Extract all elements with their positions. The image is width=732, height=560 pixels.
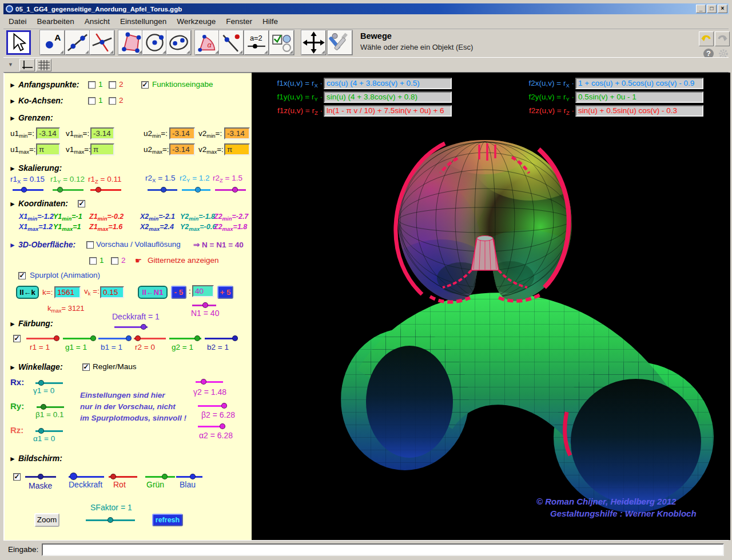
slider-r1y[interactable] xyxy=(53,186,83,193)
field-u2min[interactable]: -3.14 xyxy=(169,127,195,139)
line-through-point-tool-button[interactable] xyxy=(219,30,244,55)
slider-gamma1[interactable] xyxy=(35,379,63,386)
checkbox-koachsen-1[interactable] xyxy=(88,97,96,105)
field-vk[interactable]: 0.15 xyxy=(100,286,124,298)
slider-r1x[interactable] xyxy=(13,186,43,193)
slider-b1[interactable] xyxy=(98,335,130,342)
menu-hilfe[interactable]: Hilfe xyxy=(257,15,283,28)
slider-r2z[interactable] xyxy=(215,186,246,193)
checkbox-koachsen-2[interactable] xyxy=(109,97,116,105)
field-f1y[interactable]: sin(u) (4 + 3.8cos(v) + 0.8) xyxy=(324,91,452,103)
checkbox-spurplot[interactable]: ✓ xyxy=(18,272,26,279)
polygon-tool-button[interactable] xyxy=(118,30,143,55)
checkbox-koordinaten[interactable]: ✓ xyxy=(78,200,85,207)
point-tool-button[interactable]: A xyxy=(40,30,65,55)
checkbox-oberflaeche-1[interactable] xyxy=(89,257,97,265)
slider-maske[interactable] xyxy=(25,473,56,480)
checkbox-bildschirm[interactable]: ✓ xyxy=(13,473,21,481)
slider-beta1[interactable] xyxy=(37,403,64,410)
slider-deckkraft-screen[interactable] xyxy=(69,473,104,480)
field-v2max[interactable]: π xyxy=(224,143,250,155)
field-v1min[interactable]: -3.14 xyxy=(90,127,114,139)
label-vk: vk =: xyxy=(84,287,100,297)
slider-g1[interactable] xyxy=(63,335,95,342)
field-u2max[interactable]: -3.14 xyxy=(169,143,195,155)
checkbox-regler-maus[interactable]: ✓ xyxy=(82,363,90,371)
undo-button[interactable] xyxy=(699,31,714,46)
field-k[interactable]: 1561 xyxy=(54,286,81,298)
algebra-input[interactable] xyxy=(42,543,724,556)
field-f2y[interactable]: 0.5sin(v) + 0u - 1 xyxy=(575,91,703,103)
label-rz: Rz: xyxy=(10,425,23,435)
slider-alpha1[interactable] xyxy=(35,427,63,434)
move-view-tool-button[interactable] xyxy=(301,30,326,55)
button-plus5[interactable]: + 5 xyxy=(217,286,233,299)
svg-text:A: A xyxy=(54,33,61,42)
field-u1max[interactable]: π xyxy=(36,143,60,155)
checkbox-vorschau[interactable] xyxy=(86,241,94,249)
checkbox-oberflaeche-2[interactable] xyxy=(111,257,118,265)
zoom-button[interactable]: Zoom xyxy=(34,513,59,527)
slider-gruen[interactable] xyxy=(145,473,175,480)
field-f2z[interactable]: sin(u) + 0.5sin(u) cos(v) - 0.3 xyxy=(575,105,703,117)
field-f1x[interactable]: cos(u) (4 + 3.8cos(v) + 0.5) xyxy=(324,78,452,89)
field-f2x[interactable]: 1 + cos(u) + 0.5cos(u) cos(v) - 0.9 xyxy=(575,78,703,89)
field-v1max[interactable]: π xyxy=(90,143,114,155)
close-button[interactable]: × xyxy=(718,5,727,13)
maximize-button[interactable]: □ xyxy=(707,5,717,13)
move-tool-button[interactable] xyxy=(6,30,31,55)
refresh-button[interactable]: refresh xyxy=(152,514,183,526)
slider-blau[interactable] xyxy=(176,473,202,480)
slider-deckkraft-plot[interactable] xyxy=(114,323,148,330)
slider-r1z[interactable] xyxy=(90,186,121,193)
menu-einstellungen[interactable]: Einstellungen xyxy=(115,15,172,28)
checkbox-anfangspunkte-1[interactable] xyxy=(88,81,96,89)
circle-tool-button[interactable] xyxy=(142,30,167,55)
slider-beta2[interactable] xyxy=(198,402,225,409)
slider-r2x[interactable] xyxy=(148,186,177,193)
slider-r2y[interactable] xyxy=(182,186,210,193)
field-f1z[interactable]: ln(1 - π v / 10) + 7.5sin(v + 0u) + 6 xyxy=(324,105,452,117)
copyright-line-2: Gestaltungshilfe : Werner Knobloch xyxy=(550,509,697,518)
menu-datei[interactable]: Datei xyxy=(3,15,32,28)
menu-ansicht[interactable]: Ansicht xyxy=(79,15,115,28)
checkbox-funktionseingabe[interactable]: ✓ xyxy=(141,81,149,89)
slider-g2[interactable] xyxy=(169,335,201,342)
slider-tool-button[interactable]: a=2 xyxy=(244,30,269,55)
slider-alpha2[interactable] xyxy=(198,423,225,430)
field-n1[interactable]: 40 xyxy=(192,285,214,297)
button-minus5[interactable]: - 5 xyxy=(171,286,186,299)
slider-r2[interactable] xyxy=(134,335,166,342)
menu-fenster[interactable]: Fenster xyxy=(221,15,257,28)
line-tool-button[interactable] xyxy=(65,30,90,55)
toggle-grid-button[interactable] xyxy=(36,59,51,71)
checkbox-tool-button[interactable] xyxy=(269,30,294,55)
intersect-lines-tool-button[interactable] xyxy=(90,30,114,55)
angle-tool-button[interactable]: α xyxy=(195,30,220,55)
checkbox-anfangspunkte-2[interactable] xyxy=(109,81,116,89)
minimize-button[interactable]: _ xyxy=(696,5,706,13)
slider-gamma2[interactable] xyxy=(196,378,223,385)
slider-b2[interactable] xyxy=(205,335,237,342)
slider-rot[interactable] xyxy=(109,473,137,480)
checkbox-faerbung[interactable]: ✓ xyxy=(13,335,21,342)
menu-bearbeiten[interactable]: Bearbeiten xyxy=(32,15,79,28)
label-b2: b2 = 1 xyxy=(207,343,229,351)
redo-button[interactable] xyxy=(715,31,730,46)
customize-tools-button[interactable] xyxy=(328,30,352,55)
button-pause-n1[interactable]: II←N1 xyxy=(138,286,168,299)
button-pause-k[interactable]: II←k xyxy=(16,286,39,299)
note-line-1: Einstellungen sind hier xyxy=(80,391,165,399)
toggle-axes-button[interactable] xyxy=(19,59,35,71)
ellipse-tool-button[interactable] xyxy=(166,30,191,55)
slider-sfaktor[interactable] xyxy=(86,517,135,523)
stylebar-dropdown-icon[interactable]: ▼ xyxy=(8,62,13,67)
label-gitternetze[interactable]: Gitternetze anzeigen xyxy=(148,256,219,265)
menu-werkzeuge[interactable]: Werkzeuge xyxy=(172,15,221,28)
label-b1: b1 = 1 xyxy=(101,343,122,351)
slider-n1[interactable] xyxy=(192,302,216,309)
graphics-view[interactable]: f1x(u,v) = rX · cos(u) (4 + 3.8cos(v) + … xyxy=(252,73,732,540)
field-v2min[interactable]: -3.14 xyxy=(224,127,250,139)
slider-r1[interactable] xyxy=(26,335,58,342)
field-u1min[interactable]: -3.14 xyxy=(36,127,60,139)
